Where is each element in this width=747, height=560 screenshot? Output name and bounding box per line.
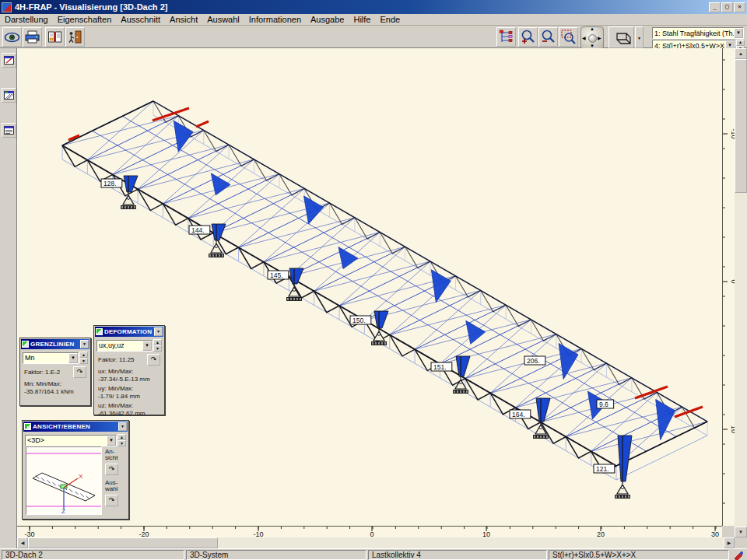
spin-up-icon[interactable]: ▲ xyxy=(736,40,745,46)
menu-item-ausschnitt[interactable]: Ausschnitt xyxy=(116,15,165,24)
grenzlinien-spinner[interactable]: ▲ ▼ xyxy=(79,352,88,364)
print-button[interactable] xyxy=(23,27,42,47)
status-loadset: Lastkollektiv 4 xyxy=(368,550,547,560)
panel-title: ANSICHT/EBENEN xyxy=(33,423,118,430)
pan-control[interactable]: ▲ ▼ ◀ ▶ xyxy=(580,26,604,50)
result-tree-icon xyxy=(498,29,514,45)
close-button[interactable]: ✕ xyxy=(734,2,745,12)
zoom-out-button[interactable] xyxy=(538,27,558,47)
result-combo-arrow-icon[interactable]: ▼ xyxy=(734,28,743,38)
ansicht-spinner[interactable]: ▲ ▼ xyxy=(117,434,126,446)
spin-up-icon[interactable]: ▲ xyxy=(153,339,162,345)
scroll-down-icon[interactable]: ▼ xyxy=(735,527,747,537)
grenzlinien-toggle-button[interactable] xyxy=(2,88,16,103)
ansicht-combo-arrow-icon[interactable]: ▼ xyxy=(107,436,116,446)
menu-item-darstellung[interactable]: Darstellung xyxy=(0,15,53,24)
values-toggle-button[interactable] xyxy=(2,123,16,138)
support-symbol xyxy=(371,331,387,345)
toolbar: ▲ ▼ ◀ ▶ ▼ 1: Stahl Tragfähigkeit (Th. 2.… xyxy=(0,26,747,48)
view-preview[interactable]: XZ xyxy=(26,446,102,515)
view-cube-button[interactable] xyxy=(608,26,634,48)
zoom-window-button[interactable] xyxy=(559,27,578,47)
window-title: 4H-FRAP - Visualisierung [3D-Dach 2] xyxy=(15,2,167,12)
svg-text:128.: 128. xyxy=(103,180,117,187)
v-scroll-thumb[interactable] xyxy=(735,59,747,193)
support-symbol xyxy=(615,485,630,499)
exit-button[interactable] xyxy=(65,27,85,47)
status-bar: 3D-Dach 2 3D-System Lastkollektiv 4 St(l… xyxy=(0,548,747,560)
grenzlinien-combo-arrow-icon[interactable]: ▼ xyxy=(68,353,78,363)
menu-item-auswahl[interactable]: Auswahl xyxy=(202,15,244,24)
view-cube-dropdown[interactable]: ▼ xyxy=(635,26,644,48)
menu-item-informationen[interactable]: Informationen xyxy=(244,15,306,24)
deformation-combo[interactable]: ux,uy,uz ▼ xyxy=(96,340,153,352)
deformation-apply-icon[interactable]: ↷ xyxy=(147,354,160,366)
menu-item-eigenschaften[interactable]: Eigenschaften xyxy=(53,15,117,24)
ansicht-combo-value: <3D> xyxy=(26,436,107,444)
panel-grenzlinien: GRENZLINIEN ▼ Mn ▼ ▲ ▼ Faktor: 1.E-2 ↷ M… xyxy=(19,338,91,406)
view-button[interactable] xyxy=(2,27,22,47)
status-model: 3D-Dach 2 xyxy=(2,550,184,560)
panel-grenzlinien-titlebar[interactable]: GRENZLINIEN ▼ xyxy=(21,339,89,349)
zoom-window-icon xyxy=(560,29,577,45)
scroll-up-icon[interactable]: ▲ xyxy=(735,48,747,59)
preview-svg: XZ xyxy=(26,447,101,514)
panel-collapse-icon[interactable]: ▼ xyxy=(80,340,89,348)
grenzlinien-apply-icon[interactable]: ↷ xyxy=(73,366,86,378)
svg-text:206.: 206. xyxy=(527,357,540,365)
panel-collapse-icon[interactable]: ▼ xyxy=(154,327,163,336)
deformation-combo-arrow-icon[interactable]: ▼ xyxy=(142,341,152,351)
menu-item-hilfe[interactable]: Hilfe xyxy=(349,15,375,24)
title-bar: 4H-FRAP - Visualisierung [3D-Dach 2] _ ▢… xyxy=(0,0,747,14)
spin-down-icon[interactable]: ▼ xyxy=(79,358,88,364)
result-combo[interactable]: 1: Stahl Tragfähigkeit (Th. 2. O ▼ xyxy=(652,27,744,39)
result-tree-button[interactable] xyxy=(496,27,516,47)
panel-ansicht-titlebar[interactable]: ANSICHT/EBENEN ▼ xyxy=(23,422,128,432)
panel-title: GRENZLINIEN xyxy=(30,341,80,348)
maximize-button[interactable]: ▢ xyxy=(721,2,733,12)
minimize-button[interactable]: _ xyxy=(709,2,721,12)
scroll-left-icon[interactable]: ◀ xyxy=(17,537,28,548)
deformation-spinner[interactable]: ▲ ▼ xyxy=(153,339,162,352)
scroll-right-icon[interactable]: ▶ xyxy=(724,537,735,548)
h-scroll-thumb[interactable] xyxy=(28,537,218,548)
printer-icon xyxy=(24,29,40,45)
menu-item-ausgabe[interactable]: Ausgabe xyxy=(306,15,349,24)
panel-icon xyxy=(24,423,31,430)
book-icon xyxy=(47,29,63,45)
zoom-in-button[interactable] xyxy=(518,27,538,47)
grenzlinien-result-value: -35.87/164.1 kNm xyxy=(24,388,89,395)
hatch-window-icon xyxy=(3,89,15,101)
edit-window-button[interactable] xyxy=(2,53,16,68)
auswahl-label: wahl xyxy=(105,486,128,492)
svg-text:144.: 144. xyxy=(191,226,205,234)
grenzlinien-combo[interactable]: Mn ▼ xyxy=(23,352,79,364)
vertical-scrollbar[interactable]: ▲ ▼ xyxy=(735,48,747,537)
status-system: 3D-System xyxy=(186,550,366,560)
pan-up-icon[interactable]: ▲ xyxy=(590,26,594,31)
menu-item-ansicht[interactable]: Ansicht xyxy=(165,15,202,24)
horizontal-scrollbar[interactable]: ◀ ▶ xyxy=(17,537,735,548)
panel-deformation: DEFORMATION ▼ ux,uy,uz ▼ ▲ ▼ Faktor: 11.… xyxy=(93,325,165,415)
ansicht-apply-icon[interactable]: ↷ xyxy=(105,464,118,475)
spin-down-icon[interactable]: ▼ xyxy=(117,440,126,446)
grenzlinien-combo-value: Mn xyxy=(23,354,68,362)
spin-up-icon[interactable]: ▲ xyxy=(117,434,126,440)
report-button[interactable] xyxy=(45,27,65,47)
spin-down-icon[interactable]: ▼ xyxy=(153,345,162,352)
deformation-row-value: -1.79/ 1.84 mm xyxy=(98,393,163,400)
menu-item-ende[interactable]: Ende xyxy=(375,15,405,24)
panel-collapse-icon[interactable]: ▼ xyxy=(118,422,127,431)
pan-left-icon[interactable]: ◀ xyxy=(582,35,586,40)
pan-center-knob[interactable] xyxy=(588,34,597,43)
ansicht-combo[interactable]: <3D> ▼ xyxy=(25,435,117,446)
panel-icon xyxy=(96,328,103,335)
h-ruler-svg: -30-20-100102030 xyxy=(17,527,722,538)
spin-up-icon[interactable]: ▲ xyxy=(79,352,88,358)
svg-text:Z: Z xyxy=(61,508,65,514)
auswahl-apply-icon[interactable]: ↷ xyxy=(105,495,118,506)
panel-deformation-titlebar[interactable]: DEFORMATION ▼ xyxy=(95,327,163,337)
pan-right-icon[interactable]: ▶ xyxy=(598,35,601,40)
svg-text:9.6: 9.6 xyxy=(599,401,608,408)
menu-bar: DarstellungEigenschaftenAusschnittAnsich… xyxy=(0,14,747,26)
